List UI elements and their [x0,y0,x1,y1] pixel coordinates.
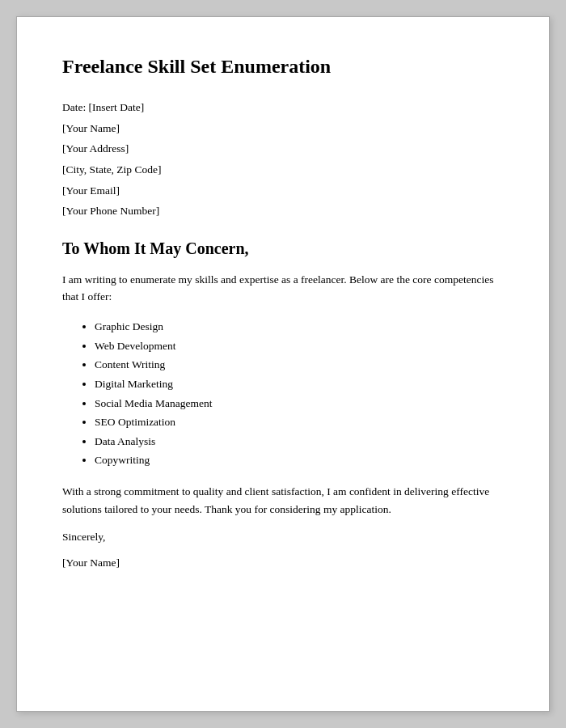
intro-paragraph: I am writing to enumerate my skills and … [62,271,504,306]
document-title: Freelance Skill Set Enumeration [62,56,504,78]
date-field: Date: [Insert Date] [62,97,504,118]
list-item: Social Media Management [95,394,504,413]
header-info: Date: [Insert Date] [Your Name] [Your Ad… [62,97,504,222]
city-field: [City, State, Zip Code] [62,159,504,180]
sincerely-text: Sincerely, [62,531,504,544]
list-item: Copywriting [95,451,504,470]
salutation: To Whom It May Concern, [62,239,504,258]
list-item: Content Writing [95,355,504,375]
list-item: Data Analysis [95,432,504,451]
email-field: [Your Email] [62,180,504,201]
document-page: Freelance Skill Set Enumeration Date: [I… [16,16,550,712]
closing-paragraph: With a strong commitment to quality and … [62,483,504,518]
signature-name: [Your Name] [62,557,504,569]
list-item: Web Development [95,336,504,356]
list-item: SEO Optimization [95,413,504,432]
list-item: Graphic Design [95,317,504,336]
address-field: [Your Address] [62,138,504,159]
list-item: Digital Marketing [95,375,504,394]
phone-field: [Your Phone Number] [62,201,504,222]
name-field: [Your Name] [62,118,504,139]
skills-list: Graphic Design Web Development Content W… [95,317,504,470]
